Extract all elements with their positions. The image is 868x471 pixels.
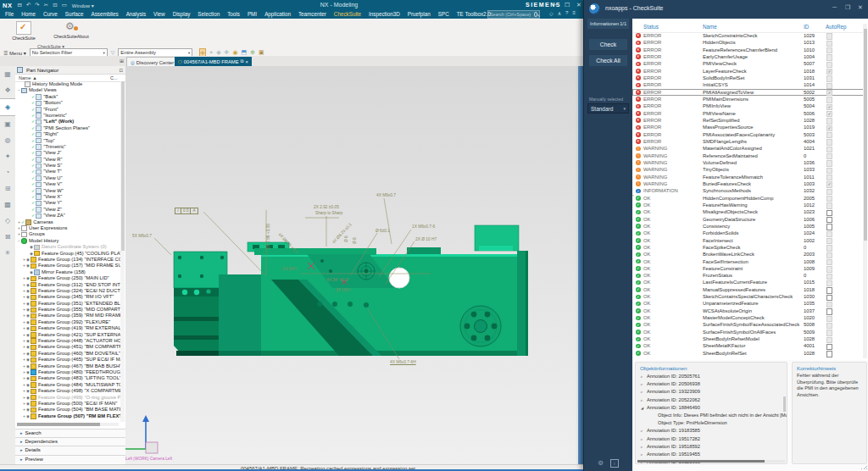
tree-item[interactable]: ✓ History Modeling Mode: [15, 81, 120, 87]
menu-tab[interactable]: Display: [173, 11, 191, 17]
tree-item[interactable]: + ✓ Feature Group (498) "X COMPARTMENT": [15, 388, 120, 394]
show-hide-icon[interactable]: [26, 282, 30, 288]
check-row[interactable]: OK SheetMetalKFactor 4001: [632, 342, 864, 349]
menu-tab[interactable]: PMI: [248, 11, 257, 17]
annotation-item[interactable]: Annotation ID: 18846490: [636, 404, 787, 412]
tree-item[interactable]: + ✓ Feature Group (324) "EC&I N2 DUCTING…: [15, 288, 120, 294]
titlebar-utility-icon[interactable]: ◇: [549, 10, 554, 16]
resource-bar-icon[interactable]: ⊞: [0, 180, 15, 197]
menu-tab[interactable]: File: [5, 11, 14, 17]
checksuiteabout-button[interactable]: CheckSuiteAbout: [47, 20, 95, 44]
quick-access-icon[interactable]: ⊟: [17, 2, 21, 8]
check-row[interactable]: OK FeatureHasWarning 1012: [632, 202, 864, 208]
resource-bar-icon[interactable]: ◔: [0, 164, 15, 180]
show-hide-icon[interactable]: [26, 382, 30, 388]
tree-item[interactable]: + ✓ Feature Group (448) "ACTUATOR HOLE .…: [15, 338, 120, 344]
resize-grip[interactable]: [861, 463, 867, 469]
tree-item[interactable]: ✓ "Top": [15, 138, 120, 144]
tree-item[interactable]: + ✓ Feature Group (460) "BM DOVETAIL": [15, 351, 120, 357]
tree-item[interactable]: + ✓ Feature Group (499) "O-ring groove P…: [15, 395, 120, 401]
show-hide-icon[interactable]: [26, 325, 30, 331]
tree-item[interactable]: ✓ "View J": [15, 150, 120, 156]
tree-item[interactable]: + ✓ Feature Group (480) "FEEDTHROUGH": [15, 369, 120, 375]
menu-tab[interactable]: Tools: [227, 11, 240, 17]
tree-item[interactable]: ✓ "View Y": [15, 200, 120, 206]
tree-item[interactable]: ✓ "View ZA": [15, 213, 120, 219]
profile-dropdown[interactable]: Standard▾: [587, 103, 629, 114]
check-row[interactable]: ERROR RefSetSimplified 1028: [632, 117, 864, 124]
check-row[interactable]: OK FaceSelfIntersection 1008: [632, 258, 864, 265]
tree-item[interactable]: + ✓ Feature Group (483) "LIFTING TOOL": [15, 375, 120, 381]
tree-item[interactable]: + ✓ Feature Group (484) "MULTISWAP TOOL": [15, 382, 120, 388]
check-row[interactable]: OK FrozenStatus 0: [632, 272, 864, 279]
show-hide-icon[interactable]: [26, 332, 30, 338]
check-row[interactable]: OK UnparameterizedFeature 1035: [632, 300, 864, 307]
annotation-item[interactable]: Annotation ID: 19183585: [636, 427, 787, 435]
resource-bar-icon[interactable]: ◍: [0, 132, 15, 148]
check-row[interactable]: WARNING BuriedFeaturesCheck 1003: [632, 180, 864, 187]
menu-tab[interactable]: Curve: [43, 11, 58, 17]
show-hide-icon[interactable]: [26, 313, 30, 319]
tree-item[interactable]: − ✓ Model Views: [15, 87, 120, 93]
window-menu-button[interactable]: Window ▾: [72, 3, 94, 8]
tree-item[interactable]: + ✓ Feature Group (467) "BM BAB BUSH": [15, 363, 120, 369]
close-tab-icon[interactable]: ×: [246, 59, 248, 64]
pmi-annotation[interactable]: 4X M6x0.7: [376, 193, 396, 197]
menu-tab[interactable]: Analysis: [126, 11, 146, 17]
check-row[interactable]: ERROR SMDFlangeLengths 4004: [632, 138, 864, 145]
show-hide-icon[interactable]: [26, 257, 30, 263]
pmi-annotation[interactable]: 1X M6x0.7-6: [412, 224, 435, 229]
pmi-annotation[interactable]: 2X Ø 10 H7: [415, 237, 437, 241]
vertical-scrollbar[interactable]: [120, 81, 125, 422]
pmi-annotation[interactable]: 2X 2.92 ±0.05: [314, 205, 339, 209]
show-hide-icon[interactable]: [26, 288, 30, 294]
show-hide-icon[interactable]: [26, 369, 30, 375]
tree-item[interactable]: + ✓ Feature Group (359) "RM MID FRAME": [15, 313, 120, 319]
expander-icon[interactable]: [641, 451, 647, 458]
tree-item[interactable]: ✓ "PMI Section Planes": [15, 125, 120, 131]
titlebar-utility-icon[interactable]: ∧: [558, 10, 561, 16]
tree-item[interactable]: ✓ "Trimetric": [15, 144, 120, 150]
resource-bar-icon[interactable]: ✳: [0, 245, 15, 261]
quick-access-icon[interactable]: ▭: [62, 2, 67, 8]
show-hide-icon[interactable]: [26, 375, 30, 381]
check-row[interactable]: OK FeatureConstraint 1009: [632, 265, 864, 272]
resource-bar-icon[interactable]: ✦: [0, 148, 15, 164]
tree-item[interactable]: + ✓ Groups: [15, 231, 120, 237]
collapsed-section[interactable]: Search: [15, 429, 125, 437]
check-row[interactable]: OK FaceIntersect 1002: [632, 237, 864, 244]
minimize-icon[interactable]: ─: [553, 1, 557, 8]
tree-item[interactable]: ✓ Mirror Feature (158): [15, 269, 120, 275]
vertical-scrollbar[interactable]: [783, 396, 786, 412]
show-hide-icon[interactable]: [26, 344, 30, 350]
tree-item[interactable]: ✓ "View W": [15, 188, 120, 194]
check-row[interactable]: WARNING MaterialAndColorAssigned 1021: [632, 145, 864, 152]
menu-tab[interactable]: Pruefplan: [408, 11, 431, 17]
check-row[interactable]: OK SurfaceFinishSymbolOnAllFaces 5009: [632, 329, 864, 335]
tree-item[interactable]: ✓ "View Z": [15, 207, 120, 213]
show-hide-icon[interactable]: [26, 357, 30, 363]
expander-icon[interactable]: [641, 388, 647, 396]
check-row[interactable]: ERROR FeatureReferencesChamferBlend 1010: [632, 47, 864, 53]
annotation-item[interactable]: Annotation ID: 20506938: [636, 380, 787, 388]
check-row[interactable]: OK SketchContainsSpecialCharactersCheck …: [632, 293, 864, 300]
expander-icon[interactable]: [641, 435, 647, 443]
menu-tab[interactable]: Application: [264, 11, 291, 17]
tree-item[interactable]: + ✓ Feature Group (312) "END STOP INTERF…: [15, 282, 120, 288]
annotation-item[interactable]: Object Type: PmiHoleDimension: [636, 419, 787, 427]
check-row[interactable]: ERROR LayerFeatureCheck 1018: [632, 68, 864, 75]
expander-icon[interactable]: [641, 427, 647, 435]
resource-bar-icon[interactable]: ◈: [0, 98, 15, 116]
resource-bar-icon[interactable]: ◇: [0, 213, 15, 229]
tree-item[interactable]: + ✓ Feature Group (345) "RM I/O VFT": [15, 294, 120, 300]
info-icon[interactable]: i: [610, 459, 619, 468]
show-hide-icon[interactable]: [26, 275, 30, 281]
titlebar-utility-icon[interactable]: ?: [565, 10, 568, 16]
expander-icon[interactable]: [641, 373, 647, 380]
menu-tab[interactable]: Surface: [65, 11, 84, 17]
tree-item[interactable]: ✓ "Bottom": [15, 100, 120, 106]
tab-active-part[interactable]: ⬡ 004567/A1-MBD FRAME ⧉ ×: [175, 57, 252, 66]
show-hide-icon[interactable]: [26, 319, 30, 325]
vertical-scrollbar[interactable]: [863, 24, 867, 358]
annotation-item[interactable]: Object Info: Dieses PMI befindet sich ni…: [636, 412, 787, 419]
